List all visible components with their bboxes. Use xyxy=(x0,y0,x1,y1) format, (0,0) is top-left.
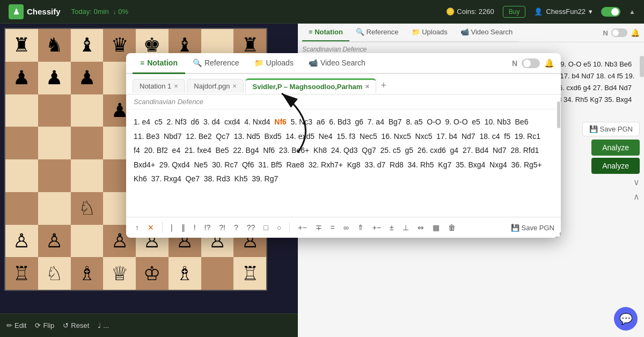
board-cell-1-2[interactable]: ♟ xyxy=(71,62,104,94)
tab-reference-right[interactable]: 🔍 Reference xyxy=(349,24,405,41)
board-cell-7-5[interactable]: ♗ xyxy=(169,257,201,290)
toolbar-exclaim-button[interactable]: ! xyxy=(191,222,199,233)
overlay-toggle[interactable] xyxy=(522,58,540,68)
board-cell-0-2[interactable]: ♝ xyxy=(71,29,104,62)
toolbar-plusminus-button[interactable]: ± xyxy=(387,222,397,233)
overlay-pills: Notation 1 ✕ Najdorf.pgn ✕ Svidler,P – M… xyxy=(126,74,561,94)
toolbar-equal-button[interactable]: = xyxy=(328,222,338,233)
board-cell-5-0[interactable] xyxy=(5,192,38,225)
board-cell-6-1[interactable]: ♙ xyxy=(38,225,71,258)
board-cell-7-4[interactable]: ♔ xyxy=(136,257,169,290)
toolbar-q-button[interactable]: ? xyxy=(231,222,241,233)
toolbar-up-button[interactable]: ↑ xyxy=(133,222,142,233)
toolbar-mp-button[interactable]: ∓ xyxy=(313,222,325,233)
toolbar-up2-button[interactable]: ⇑ xyxy=(355,222,367,233)
board-cell-7-3[interactable]: ♕ xyxy=(103,257,136,290)
overlay-bell-icon[interactable]: 🔔 xyxy=(544,58,554,68)
tab-notation-right[interactable]: ≡ Notation xyxy=(302,24,349,41)
save-pgn-button-right[interactable]: 💾 Save PGN xyxy=(582,122,640,136)
toolbar-separator-1 xyxy=(162,222,163,233)
discord-button[interactable]: 💬 xyxy=(614,307,638,331)
overlay-tab-notation[interactable]: ≡ Notation xyxy=(133,53,185,74)
chevron-up-icon[interactable]: ▲ xyxy=(629,8,635,16)
flip-button[interactable]: ⟳ Flip xyxy=(35,321,54,329)
overlay-tab-reference[interactable]: 🔍 Reference xyxy=(185,53,247,74)
board-cell-5-2[interactable]: ♘ xyxy=(71,192,104,225)
board-cell-4-2[interactable] xyxy=(71,159,104,192)
board-cell-2-2[interactable] xyxy=(71,94,104,127)
board-cell-7-7[interactable]: ♖ xyxy=(233,257,266,290)
resize-handle[interactable] xyxy=(554,231,561,238)
board-cell-5-1[interactable] xyxy=(38,192,71,225)
overlay-add-tab-button[interactable]: + xyxy=(378,77,389,94)
board-cell-6-2[interactable] xyxy=(71,225,104,258)
board-cell-0-1[interactable]: ♞ xyxy=(38,29,71,62)
toolbar-perp-button[interactable]: ⊥ xyxy=(400,222,412,233)
pill-close-notation1[interactable]: ✕ xyxy=(174,83,178,89)
overlay-pill-notation1[interactable]: Notation 1 ✕ xyxy=(133,79,185,93)
overlay-tab-uploads[interactable]: 📁 Uploads xyxy=(247,53,301,74)
toolbar-arrows-button[interactable]: ⇔ xyxy=(415,222,427,233)
main-area: ♜♞♝♛♚♝♜♟♟♟♟♟♟♟♟♘♙♙♙♙♙♙♙♖♘♗♕♔♗♖ ✏ Edit ⟳ … xyxy=(0,24,644,337)
board-cell-3-2[interactable] xyxy=(71,127,104,159)
top-toggle[interactable] xyxy=(601,7,620,17)
topbar: ♟ Chessify Today: 0min ↓ 0% 🪙 Coins: 226… xyxy=(0,0,644,24)
board-cell-3-0[interactable] xyxy=(5,127,38,159)
overlay-opening-label: Scandinavian Defence xyxy=(126,94,561,109)
toolbar-pm2-button[interactable]: +− xyxy=(370,222,384,233)
overlay-save-pgn-button[interactable]: 💾 Save PGN xyxy=(511,224,554,232)
toolbar-trash-button[interactable]: 🗑 xyxy=(445,222,458,233)
board-cell-1-1[interactable]: ♟ xyxy=(38,62,71,94)
overlay-n-label: N xyxy=(512,59,517,68)
right-toggle[interactable] xyxy=(611,28,627,37)
toolbar-delete-button[interactable]: ✕ xyxy=(145,222,157,233)
toolbar-double-q-button[interactable]: ?? xyxy=(244,222,258,233)
toolbar-pm-button[interactable]: +− xyxy=(295,222,309,233)
board-cell-4-1[interactable] xyxy=(38,159,71,192)
pill-close-najdorf[interactable]: ✕ xyxy=(232,83,237,89)
analyze-button2-right[interactable]: Analyze xyxy=(591,158,640,174)
board-cell-3-1[interactable] xyxy=(38,127,71,159)
overlay-panel: ≡ Notation 🔍 Reference 📁 Uploads 📹 Video… xyxy=(126,53,561,238)
right-scrollbar[interactable] xyxy=(640,24,644,337)
toolbar-pipe-button[interactable]: | xyxy=(168,222,175,233)
toolbar-separator-2 xyxy=(289,222,290,233)
tab-video-right[interactable]: 📹 Video Search xyxy=(454,24,519,41)
board-cell-7-6[interactable] xyxy=(201,257,234,290)
board-cell-7-0[interactable]: ♖ xyxy=(5,257,38,290)
toolbar-q-exclaim-button[interactable]: ?! xyxy=(216,222,228,233)
board-cell-1-0[interactable]: ♟ xyxy=(5,62,38,94)
board-cell-7-1[interactable]: ♘ xyxy=(38,257,71,290)
toolbar-infinity-button[interactable]: ∞ xyxy=(341,222,352,233)
pill-close-svidler[interactable]: ✕ xyxy=(365,84,369,90)
today-stats: Today: 0min ↓ 0% xyxy=(71,8,129,16)
board-cell-2-1[interactable] xyxy=(38,94,71,127)
logo-area: ♟ Chessify xyxy=(9,4,61,19)
board-cell-2-0[interactable] xyxy=(5,94,38,127)
overlay-pill-svidler[interactable]: Svidler,P – Maghsoodloo,Parham ✕ xyxy=(245,78,376,93)
user-menu[interactable]: 👤 ChessFun22 ▾ xyxy=(534,8,592,16)
board-cell-0-0[interactable]: ♜ xyxy=(5,29,38,62)
toolbar-exclaim-q-button[interactable]: !? xyxy=(202,222,214,233)
board-cell-6-0[interactable]: ♙ xyxy=(5,225,38,258)
overlay-notation-text: 1. e4 c5 2. Nf3 d6 3. d4 cxd4 4. Nxd4 Nf… xyxy=(126,109,561,217)
toolbar-double-pipe-button[interactable]: ‖ xyxy=(179,222,188,233)
analyze-button-right[interactable]: Analyze xyxy=(591,140,640,156)
edit-button[interactable]: ✏ Edit xyxy=(6,321,26,329)
overlay-pill-najdorf[interactable]: Najdorf.pgn ✕ xyxy=(187,79,244,93)
board-cell-7-2[interactable]: ♗ xyxy=(71,257,104,290)
topbar-right: 🪙 Coins: 2260 Buy 👤 ChessFun22 ▾ ▲ xyxy=(446,6,635,18)
board-cell-4-0[interactable] xyxy=(5,159,38,192)
overlay-tab-video[interactable]: 📹 Video Search xyxy=(301,53,373,74)
toolbar-grid-button[interactable]: ▦ xyxy=(430,222,442,233)
coins-display: 🪙 Coins: 2260 xyxy=(446,8,494,16)
reset-button[interactable]: ↺ Reset xyxy=(63,321,89,329)
toolbar-circle-button[interactable]: ○ xyxy=(274,222,284,233)
logo-icon: ♟ xyxy=(9,4,24,19)
more-button[interactable]: ♩ ... xyxy=(98,321,109,329)
toolbar-square-button[interactable]: □ xyxy=(261,222,270,233)
overlay-scrollbar[interactable] xyxy=(557,101,561,128)
bell-icon-right[interactable]: 🔔 xyxy=(631,28,640,37)
buy-button[interactable]: Buy xyxy=(503,6,526,18)
tab-uploads-right[interactable]: 📁 Uploads xyxy=(405,24,454,41)
